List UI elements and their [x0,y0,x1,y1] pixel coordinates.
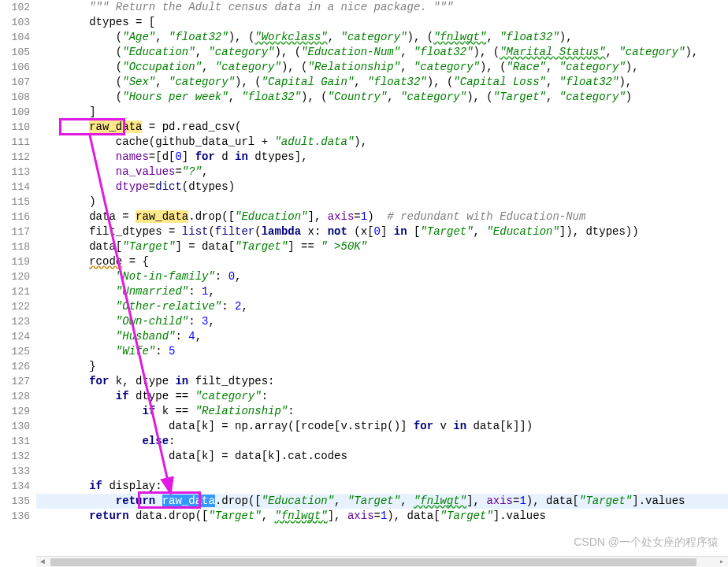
code-line[interactable]: data[k] = np.array([rcode[v.strip()] for… [36,419,728,434]
code-line[interactable]: ("Occupation", "category"), ("Relationsh… [36,60,728,75]
line-number: 130 [0,419,30,434]
line-number: 127 [0,374,30,389]
line-number: 114 [0,180,30,195]
line-number: 115 [0,195,30,209]
code-line[interactable]: data[k] = data[k].cat.codes [36,449,728,464]
line-number: 132 [0,449,30,464]
code-line[interactable]: return raw_data.drop(["Education", "Targ… [36,494,728,509]
line-number: 110 [0,120,30,135]
line-number: 106 [0,60,30,75]
line-number: 109 [0,105,30,120]
line-number: 105 [0,45,30,60]
line-number: 134 [0,479,30,494]
code-line[interactable]: data["Target"] = data["Target"] == " >50… [36,239,728,254]
line-number-gutter: 1021031041051061071081091101111121131141… [0,0,36,567]
code-line[interactable]: return data.drop(["Target", "fnlwgt"], a… [36,509,728,524]
code-line[interactable]: if k == "Relationship": [36,404,728,419]
line-number: 133 [0,464,30,479]
code-line[interactable]: "Own-child": 3, [36,314,728,329]
line-number: 125 [0,344,30,359]
code-line[interactable]: "Other-relative": 2, [36,299,728,314]
line-number: 120 [0,269,30,284]
scroll-right-icon[interactable]: ▸ [717,558,726,566]
code-line[interactable]: "Unmarried": 1, [36,284,728,299]
line-number: 103 [0,15,30,30]
line-number: 124 [0,329,30,344]
line-number: 123 [0,314,30,329]
line-number: 131 [0,434,30,449]
code-line[interactable] [36,464,728,479]
code-line[interactable]: ("Hours per week", "float32"), ("Country… [36,90,728,105]
code-line[interactable]: "Not-in-family": 0, [36,269,728,284]
code-line[interactable]: filt_dtypes = list(filter(lambda x: not … [36,224,728,239]
code-line[interactable]: data = raw_data.drop(["Education"], axis… [36,209,728,224]
code-line[interactable]: "Husband": 4, [36,329,728,344]
line-number: 126 [0,359,30,374]
line-number: 102 [0,0,30,15]
code-line[interactable]: dtypes = [ [36,15,728,30]
code-line[interactable]: raw_data = pd.read_csv( [36,120,728,135]
line-number: 117 [0,224,30,239]
code-line[interactable]: } [36,359,728,374]
line-number: 111 [0,135,30,150]
line-number: 118 [0,239,30,254]
code-line[interactable]: ] [36,105,728,120]
line-number: 113 [0,165,30,180]
code-line[interactable]: names=[d[0] for d in dtypes], [36,150,728,165]
code-editor[interactable]: 1021031041051061071081091101111121131141… [0,0,728,567]
code-line[interactable]: dtype=dict(dtypes) [36,180,728,195]
line-number: 121 [0,284,30,299]
code-line[interactable]: na_values="?", [36,165,728,180]
code-line[interactable]: """ Return the Adult census data in a ni… [36,0,728,15]
line-number: 119 [0,254,30,269]
code-line[interactable]: ) [36,195,728,209]
line-number: 108 [0,90,30,105]
line-number: 107 [0,75,30,90]
horizontal-scrollbar[interactable]: ◄ ▸ [36,556,728,567]
line-number: 129 [0,404,30,419]
code-line[interactable]: cache(github_data_url + "adult.data"), [36,135,728,150]
scrollbar-thumb[interactable] [50,558,696,566]
code-line[interactable]: else: [36,434,728,449]
code-line[interactable]: for k, dtype in filt_dtypes: [36,374,728,389]
code-line[interactable]: ("Sex", "category"), ("Capital Gain", "f… [36,75,728,90]
code-line[interactable]: "Wife": 5 [36,344,728,359]
code-line[interactable]: if display: [36,479,728,494]
line-number: 104 [0,30,30,45]
code-area[interactable]: """ Return the Adult census data in a ni… [36,0,728,567]
line-number: 128 [0,389,30,404]
line-number: 122 [0,299,30,314]
line-number: 116 [0,209,30,224]
code-line[interactable]: ("Age", "float32"), ("Workclass", "categ… [36,30,728,45]
line-number: 136 [0,509,30,524]
line-number: 135 [0,494,30,509]
code-line[interactable]: if dtype == "category": [36,389,728,404]
line-number: 112 [0,150,30,165]
scroll-left-icon[interactable]: ◄ [38,558,47,566]
code-line[interactable]: rcode = { [36,254,728,269]
code-line[interactable]: ("Education", "category"), ("Education-N… [36,45,728,60]
